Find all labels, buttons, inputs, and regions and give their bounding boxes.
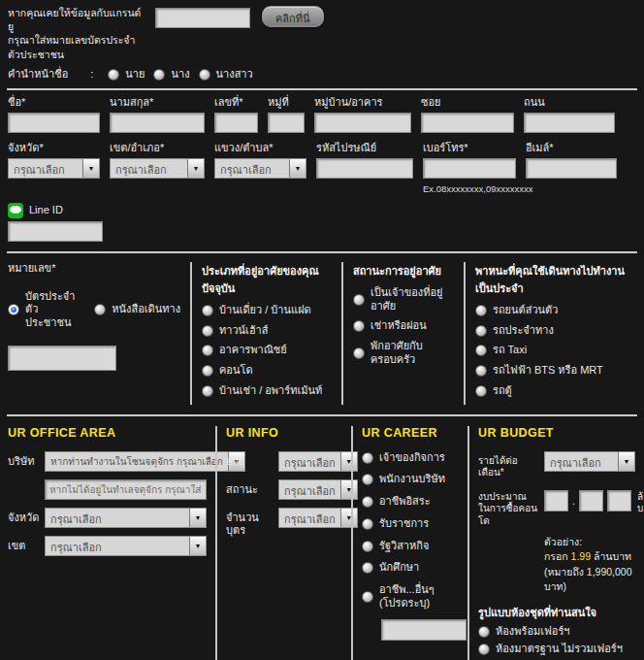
income-select[interactable]: กรุณาเลือก ▼ xyxy=(544,451,635,472)
company-label: บริษัท xyxy=(8,451,39,469)
radio-icon[interactable] xyxy=(108,69,119,81)
previous-data-lookup: หากคุณเคยให้ข้อมูลกับแกรนด์ ยู กรุณาใส่ห… xyxy=(0,0,644,61)
village-label: หมู่บ้าน/อาคาร xyxy=(314,96,411,110)
residence-type-option[interactable]: บ้านเดี่ยว / บ้านแฝด xyxy=(202,304,332,317)
phone-input[interactable] xyxy=(423,158,516,179)
budget-decimal2-input[interactable] xyxy=(607,490,631,512)
children-count-select[interactable]: กรุณาเลือก ▼ xyxy=(278,508,358,528)
radio-icon[interactable] xyxy=(478,644,490,655)
radio-icon[interactable] xyxy=(353,320,365,332)
radio-selected-icon[interactable] xyxy=(8,304,19,315)
radio-icon[interactable] xyxy=(202,325,213,337)
line-app-icon xyxy=(8,203,23,218)
road-input[interactable] xyxy=(524,113,615,133)
road-label: ถนน xyxy=(524,96,615,110)
residence-status-option[interactable]: พักอาศัยกับครอบครัว xyxy=(353,340,454,367)
vehicle-option[interactable]: รถตู้ xyxy=(475,384,634,398)
children-count-label: จำนวนบุตร xyxy=(226,508,273,539)
id-number-input[interactable] xyxy=(8,346,116,371)
vehicle-option[interactable]: รถ Taxi xyxy=(475,344,634,357)
soi-input[interactable] xyxy=(421,113,514,133)
chevron-down-icon: ▼ xyxy=(618,452,634,471)
residence-type-option[interactable]: คอนโด xyxy=(202,364,332,378)
company-name-input[interactable] xyxy=(45,479,207,500)
career-option[interactable]: เจ้าของกิจการ xyxy=(362,451,459,465)
radio-icon[interactable] xyxy=(475,305,487,316)
id-type-passport-option[interactable]: หนังสือเดินทาง xyxy=(94,290,180,330)
vehicle-option[interactable]: รถประจำทาง xyxy=(475,324,634,338)
postcode-label: รหัสไปรษณีย์ xyxy=(316,142,413,155)
prefix-option-miss[interactable]: นางสาว xyxy=(199,68,253,82)
email-input[interactable] xyxy=(526,158,617,179)
marital-status-select[interactable]: กรุณาเลือก ▼ xyxy=(278,479,358,500)
career-option[interactable]: นักศึกษา xyxy=(362,561,459,575)
radio-icon[interactable] xyxy=(202,365,213,377)
radio-icon[interactable] xyxy=(153,69,165,81)
radio-icon[interactable] xyxy=(362,496,373,508)
prefix-option-mr[interactable]: นาย xyxy=(108,68,145,82)
residence-type-option[interactable]: ทาวน์เฮ้าส์ xyxy=(202,324,332,338)
residence-type-option[interactable]: บ้านเช่า / อพาร์ทเม้นท์ xyxy=(202,384,332,398)
career-other-input[interactable] xyxy=(381,619,467,641)
room-style-furnished-option[interactable]: ห้องพร้อมเฟอร์ฯ xyxy=(478,625,569,639)
radio-icon[interactable] xyxy=(362,562,373,574)
moo-input[interactable] xyxy=(268,113,305,133)
postcode-input[interactable] xyxy=(316,158,413,179)
radio-icon[interactable] xyxy=(475,325,487,337)
vehicle-option[interactable]: รถยนต์ส่วนตัว xyxy=(475,304,634,317)
budget-integer-input[interactable] xyxy=(544,490,568,512)
radio-icon[interactable] xyxy=(362,518,373,530)
radio-icon[interactable] xyxy=(478,626,490,638)
lookup-button[interactable]: คลิกที่นี่ xyxy=(262,6,324,27)
career-option[interactable]: พนักงานบริษัท xyxy=(362,473,459,486)
prefix-label: คำนำหน้าชื่อ xyxy=(8,68,68,82)
radio-icon[interactable] xyxy=(362,541,373,552)
radio-icon[interactable] xyxy=(475,345,487,356)
age-label: อายุ xyxy=(226,451,273,469)
province-select[interactable]: กรุณาเลือก ▼ xyxy=(8,158,100,179)
age-select[interactable]: กรุณาเลือก ▼ xyxy=(278,451,358,472)
prefix-option-mrs[interactable]: นาง xyxy=(153,68,189,82)
residence-status-option[interactable]: เป็นเจ้าของที่อยู่อาศัย xyxy=(353,286,454,314)
house-no-input[interactable] xyxy=(214,113,258,133)
radio-icon[interactable] xyxy=(202,305,213,316)
example-line: กรอก 1.99 ล้านบาท xyxy=(544,549,644,564)
subdistrict-select[interactable]: กรุณาเลือก ▼ xyxy=(214,158,306,179)
radio-icon[interactable] xyxy=(199,69,210,81)
radio-icon[interactable] xyxy=(362,452,373,464)
village-input[interactable] xyxy=(314,113,411,133)
last-name-input[interactable] xyxy=(110,113,205,133)
budget-unit-label: ล้านบาท xyxy=(637,487,644,515)
office-province-select[interactable]: กรุณาเลือก ▼ xyxy=(45,508,207,528)
phone-label: เบอร์โทร* xyxy=(423,142,516,155)
ur-info-title: UR INFO xyxy=(226,426,342,440)
residence-status-option[interactable]: เช่าหรือผ่อน xyxy=(353,319,454,333)
subdistrict-label: แขวง/ตำบล* xyxy=(214,142,306,155)
first-name-label: ชื่อ* xyxy=(8,96,100,110)
radio-icon[interactable] xyxy=(353,347,365,359)
address-row-2: จังหวัด* กรุณาเลือก ▼ เขต/อำเภอ* กรุณาเล… xyxy=(8,142,636,194)
residence-type-option[interactable]: อาคารพาณิชย์ xyxy=(202,344,332,357)
line-id-input[interactable] xyxy=(8,221,103,242)
citizen-id-lookup-input[interactable] xyxy=(155,8,250,28)
radio-icon[interactable] xyxy=(353,294,365,306)
radio-icon[interactable] xyxy=(202,385,213,397)
radio-icon[interactable] xyxy=(202,345,213,356)
career-option-other[interactable]: อาชีพ...อื่นๆ (โปรดระบุ) xyxy=(362,583,459,610)
vehicle-option[interactable]: รถไฟฟ้า BTS หรือ MRT xyxy=(475,364,634,378)
radio-icon[interactable] xyxy=(475,365,487,377)
id-type-citizen-option[interactable]: บัตรประจำตัวประชาชน xyxy=(8,290,82,330)
career-option[interactable]: รัฐวิสาหกิจ xyxy=(362,540,459,553)
office-district-select[interactable]: กรุณาเลือก ▼ xyxy=(45,536,207,556)
radio-icon[interactable] xyxy=(362,591,373,603)
radio-icon[interactable] xyxy=(362,474,373,485)
radio-icon[interactable] xyxy=(475,385,487,397)
budget-decimal1-input[interactable] xyxy=(579,490,603,512)
radio-icon[interactable] xyxy=(94,304,106,315)
address-section: ชื่อ* นามสกุล* เลขที่* หมู่ที่ หมู่บ้าน/… xyxy=(0,90,644,251)
career-option[interactable]: อาชีพอิสระ xyxy=(362,495,459,509)
room-style-standard-option[interactable]: ห้องมาตรฐาน ไม่รวมเฟอร์ฯ xyxy=(478,643,623,656)
career-option[interactable]: รับราชการ xyxy=(362,517,459,531)
first-name-input[interactable] xyxy=(8,113,100,133)
district-select[interactable]: กรุณาเลือก ▼ xyxy=(110,158,205,179)
